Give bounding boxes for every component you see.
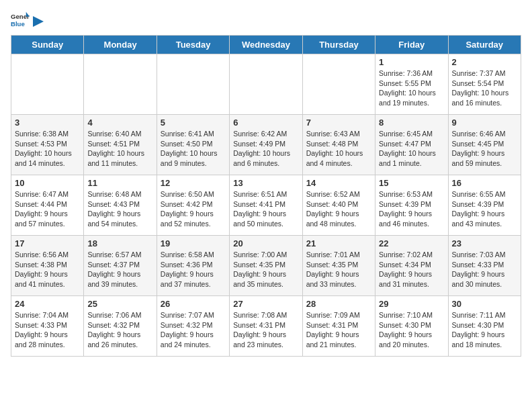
calendar-cell	[230, 54, 302, 115]
calendar-cell: 20Sunrise: 7:00 AM Sunset: 4:35 PM Dayli…	[230, 236, 302, 296]
logo-icon: General Blue	[11, 11, 30, 30]
calendar-cell: 16Sunrise: 6:55 AM Sunset: 4:39 PM Dayli…	[448, 175, 521, 236]
day-number: 27	[233, 299, 298, 309]
day-info: Sunrise: 6:48 AM Sunset: 4:43 PM Dayligh…	[87, 189, 152, 229]
day-number: 11	[87, 178, 152, 188]
day-number: 21	[306, 238, 371, 248]
week-row-2: 3Sunrise: 6:38 AM Sunset: 4:53 PM Daylig…	[11, 115, 521, 175]
day-info: Sunrise: 7:08 AM Sunset: 4:31 PM Dayligh…	[233, 310, 298, 350]
day-number: 4	[87, 118, 152, 128]
day-info: Sunrise: 7:11 AM Sunset: 4:30 PM Dayligh…	[452, 310, 517, 350]
day-info: Sunrise: 7:04 AM Sunset: 4:33 PM Dayligh…	[15, 310, 80, 350]
day-number: 7	[306, 118, 371, 128]
calendar-cell: 13Sunrise: 6:51 AM Sunset: 4:41 PM Dayli…	[230, 175, 302, 236]
day-info: Sunrise: 6:38 AM Sunset: 4:53 PM Dayligh…	[15, 129, 80, 169]
day-number: 29	[379, 299, 444, 309]
day-number: 23	[452, 238, 517, 248]
day-number: 9	[452, 118, 517, 128]
svg-marker-3	[33, 16, 44, 27]
calendar-cell: 25Sunrise: 7:06 AM Sunset: 4:32 PM Dayli…	[84, 296, 157, 357]
calendar-cell: 1Sunrise: 7:36 AM Sunset: 5:55 PM Daylig…	[375, 54, 448, 115]
calendar-cell: 24Sunrise: 7:04 AM Sunset: 4:33 PM Dayli…	[11, 296, 84, 357]
day-info: Sunrise: 6:52 AM Sunset: 4:40 PM Dayligh…	[306, 189, 371, 229]
day-info: Sunrise: 6:56 AM Sunset: 4:38 PM Dayligh…	[15, 250, 80, 289]
day-info: Sunrise: 6:57 AM Sunset: 4:37 PM Dayligh…	[87, 250, 152, 289]
calendar-cell: 28Sunrise: 7:09 AM Sunset: 4:31 PM Dayli…	[302, 296, 375, 357]
day-info: Sunrise: 6:58 AM Sunset: 4:36 PM Dayligh…	[161, 250, 226, 289]
week-row-4: 17Sunrise: 6:56 AM Sunset: 4:38 PM Dayli…	[11, 236, 521, 296]
day-info: Sunrise: 7:03 AM Sunset: 4:33 PM Dayligh…	[452, 250, 517, 289]
calendar-cell: 14Sunrise: 6:52 AM Sunset: 4:40 PM Dayli…	[302, 175, 375, 236]
calendar-cell: 18Sunrise: 6:57 AM Sunset: 4:37 PM Dayli…	[84, 236, 157, 296]
day-number: 20	[233, 238, 298, 248]
day-number: 8	[379, 118, 444, 128]
day-number: 3	[15, 118, 80, 128]
day-number: 14	[306, 178, 371, 188]
calendar-cell: 8Sunrise: 6:45 AM Sunset: 4:47 PM Daylig…	[375, 115, 448, 175]
day-info: Sunrise: 6:55 AM Sunset: 4:39 PM Dayligh…	[452, 189, 517, 229]
week-row-5: 24Sunrise: 7:04 AM Sunset: 4:33 PM Dayli…	[11, 296, 521, 357]
calendar-cell: 12Sunrise: 6:50 AM Sunset: 4:42 PM Dayli…	[157, 175, 229, 236]
day-number: 5	[161, 118, 226, 128]
day-info: Sunrise: 7:10 AM Sunset: 4:30 PM Dayligh…	[379, 310, 444, 350]
day-info: Sunrise: 6:45 AM Sunset: 4:47 PM Dayligh…	[379, 129, 444, 169]
day-number: 22	[379, 238, 444, 248]
day-header-tuesday: Tuesday	[157, 36, 229, 54]
calendar-cell: 9Sunrise: 6:46 AM Sunset: 4:45 PM Daylig…	[448, 115, 521, 175]
calendar-cell	[157, 54, 229, 115]
calendar-cell: 15Sunrise: 6:53 AM Sunset: 4:39 PM Dayli…	[375, 175, 448, 236]
calendar-cell: 19Sunrise: 6:58 AM Sunset: 4:36 PM Dayli…	[157, 236, 229, 296]
day-header-wednesday: Wednesday	[230, 36, 302, 54]
day-number: 30	[452, 299, 517, 309]
day-number: 19	[161, 238, 226, 248]
day-info: Sunrise: 7:37 AM Sunset: 5:54 PM Dayligh…	[452, 68, 517, 108]
day-info: Sunrise: 7:02 AM Sunset: 4:34 PM Dayligh…	[379, 250, 444, 289]
day-header-friday: Friday	[375, 36, 448, 54]
week-row-1: 1Sunrise: 7:36 AM Sunset: 5:55 PM Daylig…	[11, 54, 521, 115]
calendar-cell	[302, 54, 375, 115]
day-info: Sunrise: 6:47 AM Sunset: 4:44 PM Dayligh…	[15, 189, 80, 229]
day-header-sunday: Sunday	[11, 36, 84, 54]
day-header-thursday: Thursday	[302, 36, 375, 54]
day-info: Sunrise: 7:07 AM Sunset: 4:32 PM Dayligh…	[161, 310, 226, 350]
day-number: 6	[233, 118, 298, 128]
day-info: Sunrise: 6:41 AM Sunset: 4:50 PM Dayligh…	[161, 129, 226, 169]
day-number: 13	[233, 178, 298, 188]
logo-triangle-icon	[33, 16, 44, 27]
calendar-cell: 26Sunrise: 7:07 AM Sunset: 4:32 PM Dayli…	[157, 296, 229, 357]
day-info: Sunrise: 7:36 AM Sunset: 5:55 PM Dayligh…	[379, 68, 444, 108]
calendar-cell: 4Sunrise: 6:40 AM Sunset: 4:51 PM Daylig…	[84, 115, 157, 175]
calendar-cell: 23Sunrise: 7:03 AM Sunset: 4:33 PM Dayli…	[448, 236, 521, 296]
calendar-cell: 30Sunrise: 7:11 AM Sunset: 4:30 PM Dayli…	[448, 296, 521, 357]
calendar-cell: 22Sunrise: 7:02 AM Sunset: 4:34 PM Dayli…	[375, 236, 448, 296]
week-row-3: 10Sunrise: 6:47 AM Sunset: 4:44 PM Dayli…	[11, 175, 521, 236]
calendar-cell: 29Sunrise: 7:10 AM Sunset: 4:30 PM Dayli…	[375, 296, 448, 357]
day-info: Sunrise: 6:43 AM Sunset: 4:48 PM Dayligh…	[306, 129, 371, 169]
logo: General Blue	[11, 11, 44, 30]
calendar-cell: 27Sunrise: 7:08 AM Sunset: 4:31 PM Dayli…	[230, 296, 302, 357]
calendar-cell: 6Sunrise: 6:42 AM Sunset: 4:49 PM Daylig…	[230, 115, 302, 175]
day-number: 10	[15, 178, 80, 188]
day-number: 16	[452, 178, 517, 188]
calendar-cell: 11Sunrise: 6:48 AM Sunset: 4:43 PM Dayli…	[84, 175, 157, 236]
calendar-cell: 10Sunrise: 6:47 AM Sunset: 4:44 PM Dayli…	[11, 175, 84, 236]
day-number: 26	[161, 299, 226, 309]
calendar-table: SundayMondayTuesdayWednesdayThursdayFrid…	[11, 35, 521, 357]
day-info: Sunrise: 6:42 AM Sunset: 4:49 PM Dayligh…	[233, 129, 298, 169]
calendar-cell	[84, 54, 157, 115]
day-info: Sunrise: 6:53 AM Sunset: 4:39 PM Dayligh…	[379, 189, 444, 229]
day-info: Sunrise: 6:51 AM Sunset: 4:41 PM Dayligh…	[233, 189, 298, 229]
header-row: SundayMondayTuesdayWednesdayThursdayFrid…	[11, 36, 521, 54]
day-number: 2	[452, 57, 517, 67]
calendar-cell: 7Sunrise: 6:43 AM Sunset: 4:48 PM Daylig…	[302, 115, 375, 175]
svg-text:Blue: Blue	[11, 20, 25, 28]
day-number: 25	[87, 299, 152, 309]
day-header-saturday: Saturday	[448, 36, 521, 54]
day-info: Sunrise: 7:09 AM Sunset: 4:31 PM Dayligh…	[306, 310, 371, 350]
day-number: 12	[161, 178, 226, 188]
day-number: 18	[87, 238, 152, 248]
day-info: Sunrise: 7:00 AM Sunset: 4:35 PM Dayligh…	[233, 250, 298, 289]
day-info: Sunrise: 6:50 AM Sunset: 4:42 PM Dayligh…	[161, 189, 226, 229]
calendar-cell: 5Sunrise: 6:41 AM Sunset: 4:50 PM Daylig…	[157, 115, 229, 175]
day-number: 17	[15, 238, 80, 248]
